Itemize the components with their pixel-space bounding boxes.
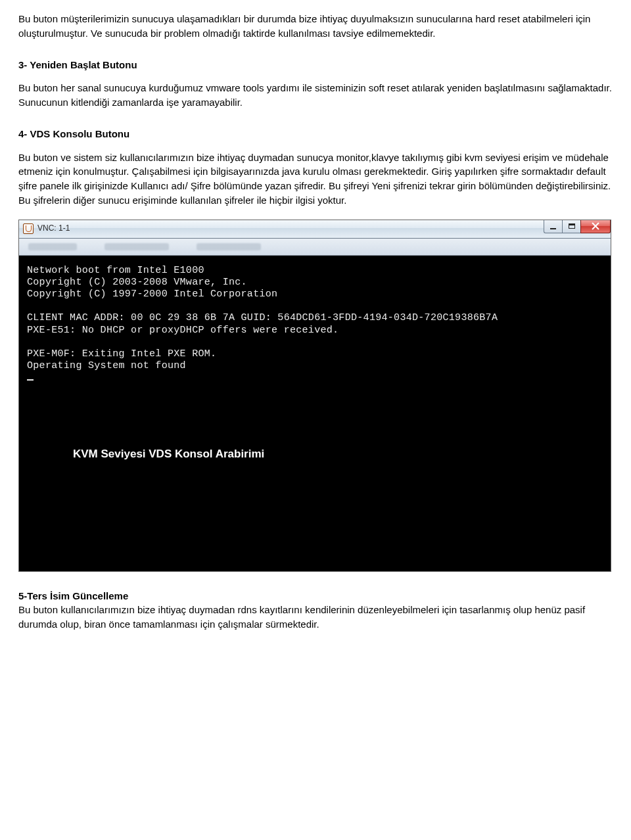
vnc-window: VNC: 1-1 Network boot from Intel E1000 C… xyxy=(18,220,611,572)
console-line: CLIENT MAC ADDR: 00 0C 29 38 6B 7A GUID:… xyxy=(27,312,603,324)
console-blank xyxy=(27,300,603,312)
console-cursor-line xyxy=(27,373,603,385)
java-icon xyxy=(23,223,34,234)
intro-paragraph: Bu buton müşterilerimizin sunucuya ulaşa… xyxy=(18,12,613,41)
toolbar-blur-item xyxy=(28,243,77,250)
window-toolbar xyxy=(19,239,611,256)
section3-title: 3- Yeniden Başlat Butonu xyxy=(18,58,613,72)
section5-paragraph: Bu buton kullanıcılarımızın bize ihtiyaç… xyxy=(18,603,613,632)
window-titlebar[interactable]: VNC: 1-1 xyxy=(19,220,611,239)
close-button[interactable] xyxy=(580,220,611,233)
console-line: Operating System not found xyxy=(27,360,603,372)
console-line: Copyright (C) 1997-2000 Intel Corporatio… xyxy=(27,289,603,300)
section4-paragraph: Bu buton ve sistem siz kullanıcılarımızı… xyxy=(18,151,613,208)
console-blank xyxy=(27,337,603,348)
vnc-console[interactable]: Network boot from Intel E1000 Copyright … xyxy=(19,256,611,571)
section3-paragraph: Bu buton her sanal sunucuya kurduğumuz v… xyxy=(18,81,613,110)
section4-title: 4- VDS Konsolu Butonu xyxy=(18,127,613,141)
section5-title: 5-Ters İsim Güncelleme xyxy=(18,589,613,603)
toolbar-blur-item xyxy=(197,243,261,250)
maximize-button[interactable] xyxy=(562,220,580,233)
minimize-button[interactable] xyxy=(544,220,562,233)
console-line: Network boot from Intel E1000 xyxy=(27,265,603,277)
window-buttons xyxy=(544,220,611,238)
console-line: PXE-M0F: Exiting Intel PXE ROM. xyxy=(27,348,603,360)
console-line: PXE-E51: No DHCP or proxyDHCP offers wer… xyxy=(27,325,603,337)
titlebar-left: VNC: 1-1 xyxy=(23,223,70,234)
window-title-text: VNC: 1-1 xyxy=(37,223,70,234)
minimize-icon xyxy=(550,228,556,229)
kvm-caption: KVM Seviyesi VDS Konsol Arabirimi xyxy=(73,448,603,461)
close-icon xyxy=(592,222,599,230)
cursor-icon xyxy=(27,379,34,381)
toolbar-blur-item xyxy=(105,243,169,250)
maximize-icon xyxy=(569,223,575,229)
console-line: Copyright (C) 2003-2008 VMware, Inc. xyxy=(27,277,603,289)
